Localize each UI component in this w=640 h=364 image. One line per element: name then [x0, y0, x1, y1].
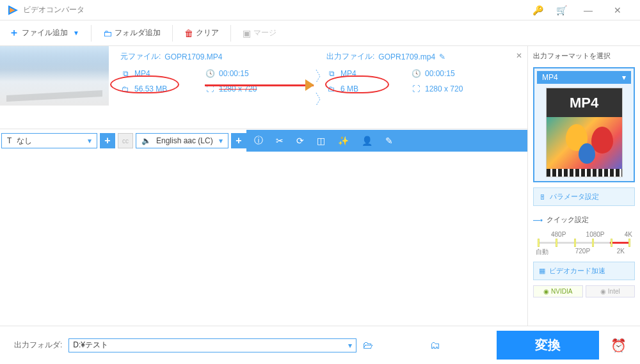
footer: 出力フォルダ: D:¥テスト ▾ 🗁 🗂 変換 ⏰ — [0, 326, 640, 364]
merge-icon: ▣ — [243, 28, 251, 38]
app-logo-icon — [8, 5, 18, 15]
clock-icon: 🕓 — [205, 68, 215, 79]
nvidia-icon: ◉ — [543, 288, 549, 295]
close-button[interactable]: ✕ — [603, 1, 632, 20]
gpu-accel-button[interactable]: ▦ ビデオカード加速 — [533, 262, 635, 280]
parameter-settings-button[interactable]: 🎚 パラメータ設定 — [533, 187, 635, 206]
info-button[interactable]: ⓘ — [254, 135, 263, 146]
merge-button: ▣ マージ — [236, 23, 283, 44]
right-panel: 出力フォーマットを選択 MP4▾ MP4 🎚 パラメータ設定 —•クイック設定 … — [528, 46, 640, 326]
annotation-circle — [110, 75, 179, 93]
chevron-down-icon: ▾ — [622, 73, 626, 82]
rotate-button[interactable]: ⟳ — [296, 136, 304, 146]
annotation-circle — [325, 75, 389, 93]
resolution-slider[interactable]: 480P 1080P 4K 自動 720P 2K — [533, 231, 635, 257]
clock-icon: 🕓 — [411, 68, 421, 79]
conversion-divider — [315, 51, 321, 123]
output-folder-label: 出力フォルダ: — [14, 340, 62, 351]
add-subtitle-button[interactable]: + — [100, 133, 115, 148]
add-audio-button[interactable]: + — [231, 133, 246, 148]
effects-button[interactable]: ✨ — [338, 136, 349, 146]
source-file-label: 元ファイル: — [120, 51, 161, 62]
edit-filename-icon[interactable]: ✎ — [439, 52, 445, 61]
trash-icon: 🗑 — [184, 28, 193, 38]
plus-icon: ＋ — [9, 26, 19, 40]
annotation-arrow — [205, 84, 314, 86]
source-duration: 00:00:15 — [219, 69, 289, 78]
add-file-button[interactable]: ＋ ファイル追加 ▼ — [3, 23, 86, 44]
output-folder-select[interactable]: D:¥テスト ▾ — [68, 338, 356, 352]
format-preview-image: MP4 — [546, 88, 623, 177]
add-folder-button[interactable]: 🗀 フォルダ追加 — [97, 23, 167, 44]
sliders-icon: 🎚 — [539, 193, 546, 201]
scheduler-button[interactable]: ⏰ — [605, 331, 631, 360]
format-selector[interactable]: MP4▾ MP4 — [533, 67, 635, 182]
resolution-icon: ⛶ — [411, 84, 421, 94]
crop-button[interactable]: ◫ — [317, 136, 325, 146]
output-resolution: 1280 x 720 — [425, 84, 495, 93]
speaker-icon: 🔈 — [141, 136, 151, 145]
convert-button[interactable]: 変換 — [497, 331, 599, 360]
output-duration: 00:00:15 — [425, 69, 495, 78]
item-toolbar: T なし ▾ + cc 🔈 English aac (LC) ▾ + ⓘ ✂ ⟳… — [0, 129, 527, 152]
chevron-down-icon: ▾ — [219, 136, 223, 145]
minimize-button[interactable]: — — [573, 1, 603, 20]
folder-plus-icon: 🗀 — [103, 28, 112, 38]
chip-icon: ▦ — [539, 267, 545, 275]
clear-button[interactable]: 🗑 クリア — [178, 23, 225, 44]
cart-icon[interactable]: 🛒 — [556, 5, 567, 15]
open-folder-button[interactable]: 🗁 — [363, 340, 373, 351]
output-file-name: GOPR1709.mp4 — [378, 52, 435, 61]
source-file-name: GOPR1709.MP4 — [164, 52, 222, 61]
audio-track-select[interactable]: 🔈 English aac (LC) ▾ — [136, 133, 228, 148]
folder-settings-button[interactable]: 🗂 — [430, 340, 440, 351]
nvidia-badge: ◉NVIDIA — [533, 285, 583, 297]
quick-settings-title: —•クイック設定 — [533, 215, 635, 225]
output-file-label: 出力ファイル: — [326, 51, 374, 62]
toolbar: ＋ ファイル追加 ▼ 🗀 フォルダ追加 🗑 クリア ▣ マージ — [0, 20, 640, 46]
video-thumbnail[interactable] — [0, 46, 109, 106]
subtitle-edit-button[interactable]: ✎ — [385, 136, 393, 146]
key-icon[interactable]: 🔑 — [532, 5, 543, 15]
remove-item-button[interactable]: ✕ — [516, 51, 522, 60]
watermark-button[interactable]: 👤 — [362, 136, 372, 146]
subtitle-select[interactable]: T なし ▾ — [1, 133, 97, 148]
text-icon: T — [7, 136, 12, 145]
chevron-down-icon: ▾ — [348, 341, 352, 350]
video-item: 元ファイル: GOPR1709.MP4 ⧉MP4 🕓00:00:15 🗀56.5… — [0, 46, 527, 129]
titlebar: ビデオコンバータ 🔑 🛒 — ✕ — [0, 0, 640, 20]
format-panel-title: 出力フォーマットを選択 — [533, 51, 635, 61]
trim-button[interactable]: ✂ — [276, 136, 284, 146]
chevron-down-icon: ▼ — [73, 29, 79, 36]
intel-badge: ◉Intel — [586, 285, 636, 297]
intel-icon: ◉ — [600, 288, 606, 295]
cc-button[interactable]: cc — [118, 133, 133, 148]
app-title: ビデオコンバータ — [23, 4, 84, 15]
chevron-down-icon: ▾ — [88, 136, 92, 145]
